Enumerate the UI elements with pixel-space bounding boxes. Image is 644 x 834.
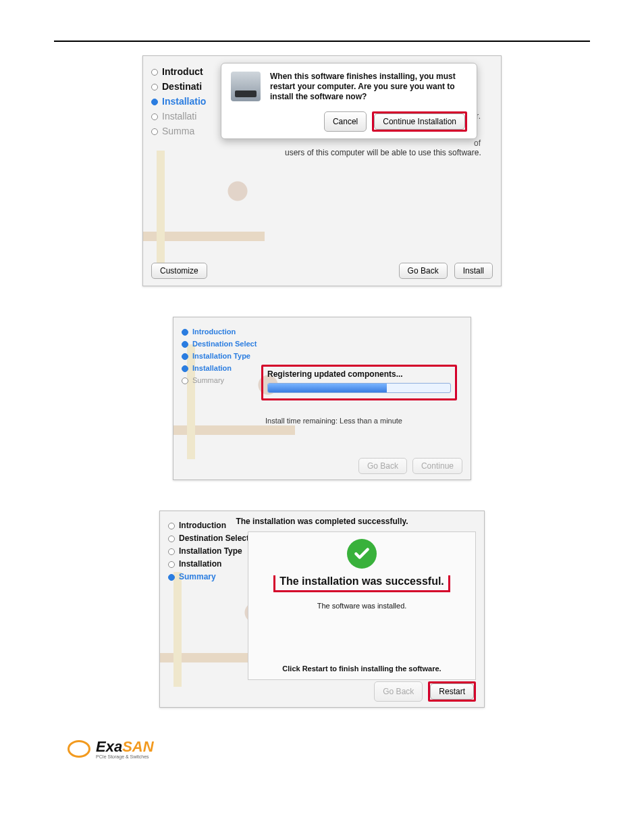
logo-text-san: SAN xyxy=(122,738,153,755)
installer-window: The installation was completed successfu… xyxy=(159,511,485,708)
customize-button[interactable]: Customize xyxy=(151,263,207,279)
restart-confirm-sheet: When this software finishes installing, … xyxy=(221,63,477,139)
cancel-button[interactable]: Cancel xyxy=(324,111,367,132)
continue-button: Continue xyxy=(412,458,462,474)
header-divider xyxy=(54,41,590,42)
step-label: Installation xyxy=(192,364,232,372)
step-label: Installatio xyxy=(162,96,206,107)
step-label: Installation xyxy=(179,559,221,569)
step-label: Summa xyxy=(162,126,194,136)
step-summary: Summary xyxy=(168,571,249,583)
install-status-text: Registering updated components... xyxy=(267,369,451,379)
continue-highlight: Continue Installation xyxy=(372,111,467,132)
step-label: Destination Select xyxy=(179,533,249,543)
success-title: The installation was successful. xyxy=(279,575,444,588)
step-label: Introduction xyxy=(179,521,226,530)
step-installation: Installati xyxy=(151,109,206,124)
disk-icon xyxy=(231,72,261,101)
logo-tagline: PCIe Storage & Switches xyxy=(96,754,154,759)
installer-sidebar: Introduction Destination Select Installa… xyxy=(168,519,249,583)
installer-sidebar: Introduction Destination Select Installa… xyxy=(182,325,257,386)
step-installation: Installation xyxy=(168,558,249,571)
step-installation-type: Installation Type xyxy=(182,350,257,362)
go-back-button: Go Back xyxy=(374,681,423,702)
screenshot-restart-prompt: Introduct Destinati Installatio Installa… xyxy=(0,55,644,286)
sheet-message: When this software finishes installing, … xyxy=(270,72,467,102)
step-introduction: Introduction xyxy=(182,325,257,338)
go-back-button: Go Back xyxy=(358,458,407,474)
users-note: users of this computer will be able to u… xyxy=(285,148,487,157)
step-label: Installation Type xyxy=(179,546,242,556)
exasan-logo: ExaSAN PCIe Storage & Switches xyxy=(68,738,644,759)
go-back-button[interactable]: Go Back xyxy=(399,263,448,279)
install-progress-bar xyxy=(267,383,451,393)
time-remaining-text: Install time remaining: Less than a minu… xyxy=(265,417,457,425)
step-installation-type: Installation Type xyxy=(168,545,249,558)
logo-ring-icon xyxy=(68,740,90,758)
step-destination: Destinati xyxy=(151,79,206,94)
installer-window: Introduction Destination Select Installa… xyxy=(173,317,471,480)
step-destination: Destination Select xyxy=(182,338,257,350)
step-summary: Summa xyxy=(151,124,206,138)
background-fragment: of xyxy=(474,138,481,148)
continue-installation-button[interactable]: Continue Installation xyxy=(374,113,465,130)
summary-panel: The installation was successful. The sof… xyxy=(248,531,476,680)
step-label: Installati xyxy=(162,111,196,122)
screenshot-installing-progress: Introduction Destination Select Installa… xyxy=(0,317,644,480)
step-installation-type: Installatio xyxy=(151,94,206,109)
step-label: Introduct xyxy=(162,66,203,77)
step-installation: Installation xyxy=(182,362,257,374)
step-label: Summary xyxy=(179,572,216,581)
success-highlight: The installation was successful. xyxy=(273,575,450,592)
progress-highlight: Registering updated components... xyxy=(261,365,457,400)
step-introduction: Introduction xyxy=(168,519,249,532)
step-introduction: Introduct xyxy=(151,64,206,79)
restart-instruction: Click Restart to finish installing the s… xyxy=(282,664,441,673)
step-label: Introduction xyxy=(192,328,236,336)
step-label: Destination Select xyxy=(192,340,257,348)
screenshot-install-success: The installation was completed successfu… xyxy=(0,511,644,708)
install-button[interactable]: Install xyxy=(454,263,493,279)
installer-sidebar: Introduct Destinati Installatio Installa… xyxy=(151,64,206,138)
step-summary: Summary xyxy=(182,374,257,386)
success-check-icon xyxy=(347,539,377,569)
restart-button[interactable]: Restart xyxy=(430,683,474,700)
step-label: Destinati xyxy=(162,81,202,92)
success-subtext: The software was installed. xyxy=(317,602,407,610)
step-label: Installation Type xyxy=(192,352,250,360)
step-label: Summary xyxy=(192,376,224,384)
installer-window: Introduct Destinati Installatio Installa… xyxy=(142,55,502,286)
restart-highlight: Restart xyxy=(428,681,476,702)
logo-text-exa: Exa xyxy=(96,738,122,755)
step-destination: Destination Select xyxy=(168,532,249,545)
